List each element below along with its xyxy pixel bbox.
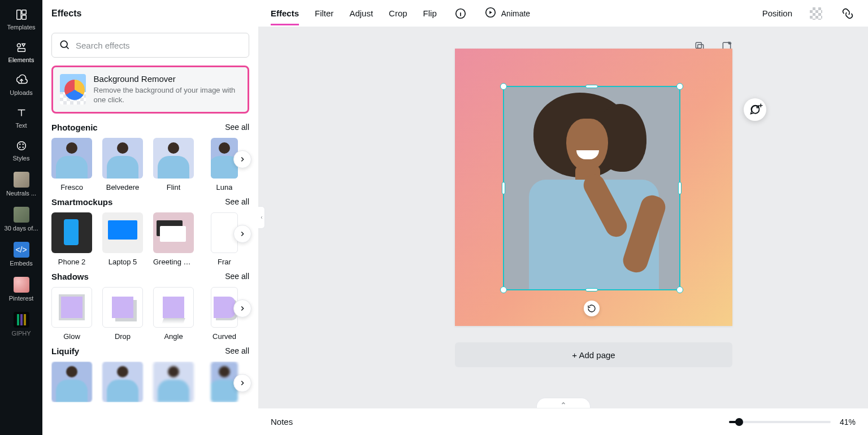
search-container	[51, 33, 249, 58]
page-navigator-handle[interactable]	[536, 398, 591, 408]
embeds-icon: </>	[14, 242, 29, 258]
image-toolbar: Effects Filter Adjust Crop Flip Animate …	[258, 0, 868, 27]
sidebar-label: Styles	[13, 155, 30, 162]
editor-area: Effects Filter Adjust Crop Flip Animate …	[258, 0, 868, 435]
see-all-link[interactable]: See all	[225, 346, 249, 355]
effect-belvedere[interactable]: Belvedere	[102, 138, 143, 192]
checker-icon	[810, 7, 822, 20]
comment-button[interactable]: +	[744, 98, 766, 121]
row-scroll-right-button[interactable]	[233, 299, 251, 317]
liquify-item[interactable]	[102, 362, 143, 402]
sidebar-item-styles[interactable]: Styles	[0, 134, 42, 167]
giphy-icon	[14, 312, 29, 328]
canvas-page[interactable]	[455, 49, 732, 326]
liquify-item[interactable]	[51, 362, 92, 402]
folder-thumb-icon	[14, 172, 29, 188]
svg-point-3	[17, 44, 20, 47]
bg-remover-thumb-icon	[60, 74, 86, 105]
search-icon	[59, 39, 70, 52]
sidebar-label: Neutrals ...	[6, 190, 36, 197]
tab-crop[interactable]: Crop	[389, 2, 407, 25]
svg-point-5	[17, 142, 25, 150]
row-scroll-right-button[interactable]	[233, 374, 251, 392]
sidebar-item-uploads[interactable]: Uploads	[0, 69, 42, 102]
resize-handle-bl[interactable]	[500, 286, 507, 293]
text-icon	[15, 106, 28, 120]
add-page-label: + Add page	[572, 350, 615, 360]
tab-effects[interactable]: Effects	[271, 2, 299, 25]
resize-handle-tr[interactable]	[676, 83, 683, 90]
resize-handle-mb[interactable]	[585, 288, 598, 292]
zoom-slider[interactable]	[729, 421, 831, 423]
effect-flint[interactable]: Flint	[153, 138, 194, 192]
shadow-glow[interactable]: Glow	[51, 287, 92, 341]
link-button[interactable]	[840, 6, 856, 21]
sidebar-item-pinterest[interactable]: Pinterest	[0, 272, 42, 307]
row-scroll-right-button[interactable]	[233, 225, 251, 243]
section-shadows: Shadows See all Glow Drop Angle Curved	[51, 269, 249, 341]
sidebar-item-elements[interactable]: Elements	[0, 36, 42, 69]
resize-handle-br[interactable]	[676, 286, 683, 293]
mockup-greetingcard[interactable]: Greeting car...	[153, 212, 194, 266]
background-remover-card[interactable]: Background Remover Remove the background…	[51, 66, 249, 114]
templates-icon	[15, 8, 28, 21]
see-all-link[interactable]: See all	[225, 123, 249, 132]
sidebar-item-embeds[interactable]: </> Embeds	[0, 237, 42, 272]
zoom-value[interactable]: 41%	[840, 417, 856, 427]
shadow-angle[interactable]: Angle	[153, 287, 194, 341]
mockup-phone2[interactable]: Phone 2	[51, 212, 92, 266]
svg-rect-2	[21, 15, 25, 19]
search-input[interactable]	[76, 41, 242, 50]
sidebar-label: Pinterest	[9, 295, 33, 302]
sidebar-item-text[interactable]: Text	[0, 102, 42, 134]
styles-icon	[15, 139, 28, 153]
tab-filter[interactable]: Filter	[315, 2, 333, 25]
selected-image[interactable]	[503, 86, 680, 290]
canvas-viewport[interactable]: + + Add page	[258, 27, 868, 408]
shadow-drop[interactable]: Drop	[102, 287, 143, 341]
section-title: Shadows	[51, 272, 89, 281]
tab-adjust[interactable]: Adjust	[349, 2, 373, 25]
sidebar-item-folder-neutrals[interactable]: Neutrals ...	[0, 167, 42, 202]
position-button[interactable]: Position	[762, 2, 792, 25]
svg-rect-14	[696, 42, 701, 48]
section-photogenic: Photogenic See all Fresco Belvedere Flin…	[51, 120, 249, 192]
bg-remover-desc: Remove the background of your image with…	[94, 86, 241, 105]
resize-handle-ml[interactable]	[502, 182, 505, 194]
transparency-button[interactable]	[808, 6, 824, 21]
svg-rect-1	[21, 10, 25, 14]
animate-icon	[484, 6, 497, 20]
resize-handle-mt[interactable]	[585, 85, 598, 88]
rotate-handle[interactable]	[584, 301, 600, 316]
sidebar-label: GIPHY	[11, 330, 31, 337]
folder-thumb-icon	[14, 207, 29, 223]
sidebar-item-giphy[interactable]: GIPHY	[0, 307, 42, 342]
sidebar-label: Uploads	[10, 89, 32, 96]
svg-point-7	[22, 143, 23, 145]
svg-point-10	[60, 41, 67, 47]
collapse-panel-handle[interactable]	[258, 206, 265, 229]
liquify-item[interactable]	[153, 362, 194, 402]
section-smartmockups: Smartmockups See all Phone 2 Laptop 5 Gr…	[51, 195, 249, 266]
row-scroll-right-button[interactable]	[233, 150, 251, 168]
section-title: Smartmockups	[51, 197, 112, 207]
notes-button[interactable]: Notes	[271, 417, 293, 427]
effect-fresco[interactable]: Fresco	[51, 138, 92, 192]
see-all-link[interactable]: See all	[225, 197, 249, 206]
see-all-link[interactable]: See all	[225, 272, 249, 281]
section-title: Photogenic	[51, 123, 98, 132]
animate-label: Animate	[501, 9, 530, 18]
mockup-laptop5[interactable]: Laptop 5	[102, 212, 143, 266]
add-page-button[interactable]: + Add page	[455, 342, 732, 367]
uploads-icon	[15, 73, 28, 87]
sidebar-item-folder-30days[interactable]: 30 days of...	[0, 202, 42, 237]
resize-handle-tl[interactable]	[500, 83, 507, 90]
tab-flip[interactable]: Flip	[423, 2, 437, 25]
section-title: Liquify	[51, 346, 79, 356]
info-icon[interactable]	[453, 6, 468, 21]
sidebar-label: Elements	[8, 56, 34, 63]
svg-point-9	[22, 147, 23, 148]
animate-button[interactable]: Animate	[484, 6, 530, 20]
sidebar-item-templates[interactable]: Templates	[0, 3, 42, 36]
resize-handle-mr[interactable]	[678, 182, 682, 194]
